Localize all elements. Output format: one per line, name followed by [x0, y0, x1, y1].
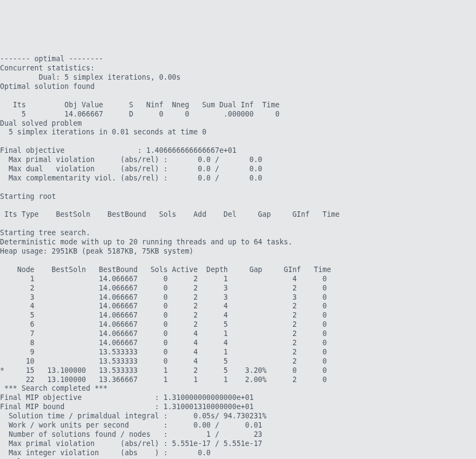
solution-time: Solution time / primaldual integral : 0.…: [0, 412, 266, 420]
dual-iterations-text: Dual: 5 simplex iterations, 0.00s: [38, 73, 180, 81]
tree-row: 2 14.066667 0 2 3 2 0: [0, 284, 327, 292]
tree-row: * 15 13.100000 13.533333 1 2 5 3.20% 0 0: [0, 366, 327, 374]
work-units: Work / work units per second : 0.00 / 0.…: [0, 421, 262, 429]
its-table-row: 5 14.066667 D 0 0 .000000 0: [0, 110, 279, 118]
tree-row: 22 13.100000 13.366667 1 1 1 2.00% 2 0: [0, 376, 327, 384]
dual-solved-detail: 5 simplex iterations in 0.01 seconds at …: [0, 128, 206, 136]
max-primal-violation: Max primal violation (abs/rel) : 0.0 / 0…: [0, 156, 262, 164]
tree-table-header: Node BestSoln BestBound Sols Active Dept…: [0, 266, 331, 274]
tree-row: 6 14.066667 0 2 5 2 0: [0, 320, 327, 328]
tree-row: 5 14.066667 0 2 4 2 0: [0, 311, 327, 319]
tree-row: 9 13.533333 0 4 1 2 0: [0, 348, 327, 356]
dual-iterations: Dual: 5 simplex iterations, 0.00s: [0, 73, 180, 81]
solver-log-terminal: ------- optimal -------- Concurrent stat…: [0, 46, 476, 459]
starting-root: Starting root: [0, 192, 56, 201]
final-objective: Final objective : 1.406666666666667e+01: [0, 146, 237, 154]
dual-solved-line: Dual solved problem: [0, 119, 82, 127]
final-max-primal-violation: Max primal violation (abs/rel) : 5.551e-…: [0, 439, 262, 448]
root-table-header: Its Type BestSoln BestBound Sols Add Del…: [0, 210, 340, 218]
final-mip-bound: Final MIP bound : 1.310001310000000e+01: [0, 403, 253, 411]
starting-tree-search: Starting tree search.: [0, 229, 90, 237]
tree-row: 8 14.066667 0 4 4 2 0: [0, 339, 327, 347]
tree-row: 1 14.066667 0 2 1 4 0: [0, 275, 327, 283]
heap-usage: Heap usage: 2951KB (peak 5187KB, 75KB sy…: [0, 247, 193, 255]
tree-row: 3 14.066667 0 2 3 3 0: [0, 293, 327, 301]
tree-row: 7 14.066667 0 4 1 2 0: [0, 329, 327, 338]
banner-optimal: ------- optimal --------: [0, 55, 103, 63]
tree-row: 4 14.066667 0 2 4 2 0: [0, 302, 327, 310]
final-mip-objective: Final MIP objective : 1.310000000000000e…: [0, 393, 253, 402]
optimal-found: Optimal solution found: [0, 82, 95, 90]
its-table-header: Its Obj Value S Ninf Nneg Sum Dual Inf T…: [0, 101, 279, 109]
max-dual-violation: Max dual violation (abs/rel) : 0.0 / 0.0: [0, 165, 262, 173]
final-max-integer-violation: Max integer violation (abs ) : 0.0: [0, 449, 211, 457]
tree-row: 10 13.533333 0 4 5 2 0: [0, 357, 327, 365]
concurrent-stats: Concurrent statistics:: [0, 64, 95, 72]
search-completed: *** Search completed ***: [0, 384, 108, 392]
max-complementarity-violation: Max complementarity viol. (abs/rel) : 0.…: [0, 174, 262, 182]
solutions-found: Number of solutions found / nodes : 1 / …: [0, 430, 262, 438]
deterministic-mode: Deterministic mode with up to 20 running…: [0, 238, 292, 246]
